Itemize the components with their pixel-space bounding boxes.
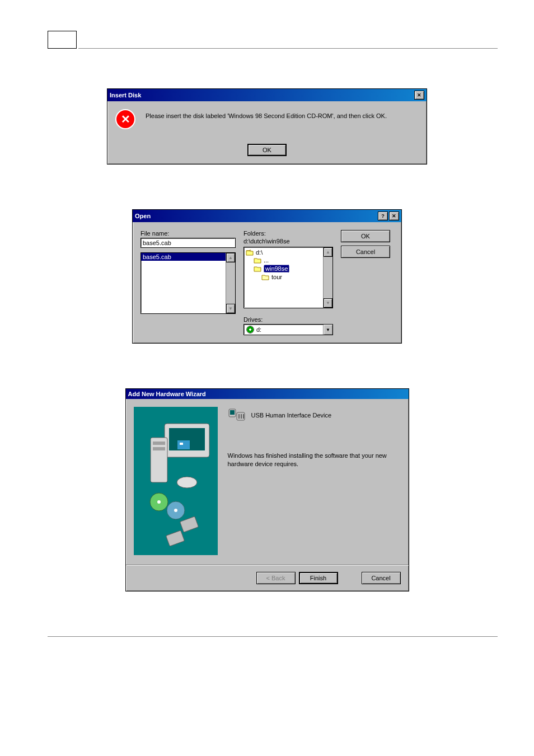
hardware-wizard-dialog: Add New Hardware Wizard bbox=[125, 388, 409, 591]
svg-rect-18 bbox=[238, 414, 240, 419]
dialog-title: Insert Disk bbox=[110, 92, 141, 98]
cd-drive-icon bbox=[246, 326, 254, 334]
folder-open-icon bbox=[254, 257, 261, 264]
scrollbar[interactable]: ▲ ▼ bbox=[323, 247, 332, 308]
dialog-titlebar: Add New Hardware Wizard bbox=[126, 389, 409, 399]
folder-closed-icon bbox=[261, 274, 269, 280]
open-dialog: Open ? ✕ File name: base5.cab ▲ ▼ bbox=[132, 209, 402, 344]
back-button: < Back bbox=[256, 572, 296, 584]
file-name-label: File name: bbox=[140, 230, 236, 237]
folder-tree-item[interactable]: ... bbox=[254, 256, 321, 264]
folder-label: ... bbox=[264, 257, 269, 264]
close-icon[interactable]: ✕ bbox=[414, 91, 424, 100]
help-icon[interactable]: ? bbox=[378, 212, 388, 220]
svg-point-8 bbox=[177, 477, 197, 488]
folder-tree-item[interactable]: tour bbox=[261, 273, 321, 281]
ok-button[interactable]: OK bbox=[247, 144, 287, 156]
folder-tree-item[interactable]: win98se bbox=[254, 264, 321, 273]
file-list-item-label: base5.cab bbox=[143, 253, 171, 260]
dialog-title: Open bbox=[135, 213, 151, 219]
drives-label: Drives: bbox=[243, 316, 333, 323]
current-path: d:\dutch\win98se bbox=[243, 238, 333, 245]
folder-label: tour bbox=[271, 274, 282, 280]
scroll-up-icon[interactable]: ▲ bbox=[226, 253, 235, 262]
page-header-box bbox=[48, 31, 77, 49]
close-icon[interactable]: ✕ bbox=[389, 212, 399, 220]
folder-tree[interactable]: d:\ ... bbox=[243, 247, 333, 308]
file-list[interactable]: base5.cab ▲ ▼ bbox=[140, 252, 236, 314]
dialog-message: Please insert the disk labeled 'Windows … bbox=[146, 109, 419, 119]
error-icon: ✕ bbox=[115, 109, 135, 129]
svg-point-10 bbox=[157, 500, 161, 504]
svg-rect-7 bbox=[153, 447, 165, 450]
device-name: USB Human Interface Device bbox=[251, 412, 332, 419]
chevron-down-icon[interactable]: ▼ bbox=[323, 325, 332, 335]
file-name-input[interactable] bbox=[140, 238, 236, 248]
ok-button[interactable]: OK bbox=[341, 230, 390, 242]
dialog-title: Add New Hardware Wizard bbox=[128, 391, 206, 397]
footer-divider bbox=[48, 636, 498, 637]
dialog-titlebar: Open ? ✕ bbox=[133, 210, 401, 222]
svg-rect-16 bbox=[230, 410, 235, 415]
device-icon bbox=[228, 407, 246, 424]
drives-select[interactable]: d: ▼ bbox=[243, 324, 333, 335]
cancel-button[interactable]: Cancel bbox=[362, 572, 401, 584]
svg-rect-3 bbox=[177, 440, 190, 449]
svg-rect-20 bbox=[243, 414, 244, 419]
scrollbar[interactable]: ▲ ▼ bbox=[226, 253, 235, 313]
folder-open-icon bbox=[254, 265, 261, 272]
svg-rect-19 bbox=[241, 414, 242, 419]
wizard-description: Windows has finished installing the soft… bbox=[228, 452, 401, 469]
folders-label: Folders: bbox=[243, 230, 333, 237]
insert-disk-dialog: Insert Disk ✕ ✕ Please insert the disk l… bbox=[107, 88, 427, 165]
svg-rect-4 bbox=[180, 443, 183, 445]
scroll-down-icon[interactable]: ▼ bbox=[324, 298, 332, 308]
scroll-up-icon[interactable]: ▲ bbox=[324, 247, 332, 257]
folder-label: d:\ bbox=[256, 249, 263, 256]
list-item[interactable]: base5.cab bbox=[141, 253, 226, 261]
svg-point-12 bbox=[174, 509, 177, 512]
cancel-button[interactable]: Cancel bbox=[341, 246, 390, 258]
wizard-illustration bbox=[134, 407, 218, 555]
header-divider bbox=[78, 48, 498, 49]
finish-button[interactable]: Finish bbox=[299, 572, 338, 584]
folder-label: win98se bbox=[264, 265, 289, 273]
svg-rect-6 bbox=[153, 442, 165, 445]
folder-tree-item[interactable]: d:\ bbox=[246, 248, 321, 256]
scroll-down-icon[interactable]: ▼ bbox=[226, 304, 235, 313]
folder-open-icon bbox=[246, 249, 254, 256]
drive-selected-label: d: bbox=[256, 326, 261, 333]
dialog-titlebar: Insert Disk ✕ bbox=[107, 89, 427, 101]
